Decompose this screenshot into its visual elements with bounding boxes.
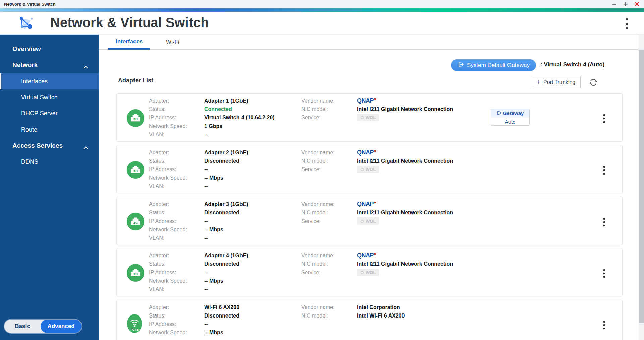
port-trunking-button[interactable]: + Port Trunking xyxy=(531,76,581,88)
system-default-gateway-button[interactable]: System Default Gateway xyxy=(451,59,536,71)
section-title-adapter-list: Adapter List xyxy=(118,77,153,84)
virtual-switch-link[interactable]: Virtual Switch 4 xyxy=(204,115,244,120)
adapter-card-1: 1G Adapter: Status: IP Address: Network … xyxy=(116,93,623,142)
sidebar-item-overview[interactable]: Overview xyxy=(0,41,99,57)
field-label: Network Speed: xyxy=(149,328,203,337)
sidebar-item-virtual-switch[interactable]: Virtual Switch xyxy=(0,89,99,105)
minimize-button[interactable]: – xyxy=(610,1,618,8)
sidebar-item-dhcp-server[interactable]: DHCP Server xyxy=(0,105,99,122)
field-label: VLAN: xyxy=(149,234,203,242)
card-menu-button[interactable] xyxy=(602,216,606,228)
field-label: Adapter: xyxy=(149,200,203,208)
page-title: Network & Virtual Switch xyxy=(50,15,209,30)
nic-model-value: Intel I211 Gigabit Network Connection xyxy=(357,260,491,268)
qnap-logo: QNAP xyxy=(357,200,374,208)
sidebar-item-label: Network xyxy=(12,61,38,69)
power-icon xyxy=(360,116,364,119)
advanced-mode-button[interactable]: Advanced xyxy=(41,320,82,333)
sidebar-item-network[interactable]: Network xyxy=(0,57,99,73)
scrollbar-track[interactable] xyxy=(638,35,644,340)
ethernet-adapter-icon: 1G xyxy=(127,213,144,232)
close-button[interactable]: ✕ xyxy=(633,1,641,8)
basic-mode-button[interactable]: Basic xyxy=(4,323,41,330)
tab-interfaces[interactable]: Interfaces xyxy=(108,35,150,50)
gateway-badge-label: Gateway xyxy=(503,110,524,116)
qnap-logo: QNAP xyxy=(357,251,374,260)
field-label: Vendor name: xyxy=(301,97,356,105)
field-label: VLAN: xyxy=(149,130,203,139)
vlan-value: -- xyxy=(204,234,300,242)
card-menu-button[interactable] xyxy=(602,268,606,279)
adapter-card-wifi: PCI-E Adapter: Status: IP Address: Netwo… xyxy=(116,300,623,340)
field-label: Status: xyxy=(149,311,203,320)
sidebar-item-route[interactable]: Route xyxy=(0,122,99,138)
field-label: Service: xyxy=(301,217,356,225)
maximize-button[interactable]: + xyxy=(622,1,629,8)
qnap-logo: QNAP xyxy=(357,97,374,105)
card-menu-button[interactable] xyxy=(602,113,606,124)
qnap-logo-mark xyxy=(374,202,376,203)
card-menu-button[interactable] xyxy=(602,165,606,176)
svg-text:PCI-E: PCI-E xyxy=(131,328,139,331)
field-values: Adapter 3 (1GbE) Disconnected -- -- Mbps… xyxy=(204,200,300,242)
vendor-name-value: Intel Corporation xyxy=(357,303,491,311)
field-labels: Adapter: Status: IP Address: Network Spe… xyxy=(149,97,203,139)
nic-model-value: Intel I211 Gigabit Network Connection xyxy=(357,157,491,165)
wifi-adapter-icon: PCI-E xyxy=(127,314,142,335)
field-labels: Adapter: Status: IP Address: Network Spe… xyxy=(149,251,203,293)
field-label: Status: xyxy=(149,105,203,113)
vendor-values: Intel Corporation Intel Wi-Fi 6 AX200 xyxy=(357,303,491,320)
app-window: Network & Virtual Switch – + ✕ Network &… xyxy=(0,0,644,340)
refresh-icon[interactable] xyxy=(589,78,598,87)
qnap-logo-mark xyxy=(374,253,376,255)
field-label: Service: xyxy=(301,165,356,174)
sidebar: Overview Network Interfaces Virtual Swit… xyxy=(0,35,99,340)
vlan-value: -- xyxy=(204,182,300,190)
gateway-option[interactable]: Gateway xyxy=(491,109,529,117)
field-label: NIC model: xyxy=(301,311,356,320)
field-label: NIC model: xyxy=(301,260,356,268)
vendor-labels: Vendor name: NIC model: Service: xyxy=(301,200,356,225)
adapter-name: Adapter 2 (1GbE) xyxy=(204,148,300,157)
field-labels: Adapter: Status: IP Address: Network Spe… xyxy=(149,148,203,190)
plus-icon: + xyxy=(536,78,540,85)
sidebar-item-label: Route xyxy=(21,126,37,133)
nic-model-value: Intel I211 Gigabit Network Connection xyxy=(357,208,491,217)
ip-value: -- xyxy=(204,217,300,225)
chevron-up-icon xyxy=(83,144,89,151)
field-label: Network Speed: xyxy=(149,277,203,285)
gateway-mode-auto[interactable]: Auto xyxy=(491,117,529,126)
mode-toggle: Basic Advanced xyxy=(4,320,82,333)
sidebar-item-label: Overview xyxy=(12,45,41,53)
titlebar: Network & Virtual Switch – + ✕ xyxy=(0,0,644,8)
header-menu-button[interactable] xyxy=(625,17,629,31)
sidebar-item-interfaces[interactable]: Interfaces xyxy=(0,73,99,89)
status-value: Disconnected xyxy=(204,260,300,268)
vendor-values: QNAP Intel I211 Gigabit Network Connecti… xyxy=(357,97,491,122)
speed-value: -- Mbps xyxy=(204,328,300,337)
ip-value: -- xyxy=(204,320,300,328)
power-icon xyxy=(360,219,364,223)
field-label: Vendor name: xyxy=(301,251,356,260)
sidebar-item-access-services[interactable]: Access Services xyxy=(0,138,99,154)
field-label: IP Address: xyxy=(149,217,203,225)
speed-value: 1 Gbps xyxy=(204,122,300,130)
adapter-card-3: 1G Adapter: Status: IP Address: Network … xyxy=(116,197,623,245)
field-label: IP Address: xyxy=(149,268,203,277)
sidebar-item-label: Virtual Switch xyxy=(21,94,58,101)
card-menu-button[interactable] xyxy=(602,320,606,331)
svg-text:1G: 1G xyxy=(133,272,138,276)
chevron-up-icon xyxy=(83,63,89,71)
wol-badge: WOL xyxy=(357,114,379,121)
field-label: Network Speed: xyxy=(149,174,203,182)
scrollbar-thumb[interactable] xyxy=(639,50,644,323)
gateway-icon xyxy=(497,111,501,115)
sidebar-item-ddns[interactable]: DDNS xyxy=(0,154,99,170)
power-icon xyxy=(360,167,364,171)
window-controls: – + ✕ xyxy=(610,0,641,8)
tab-bar: Interfaces Wi-Fi xyxy=(99,35,638,50)
tab-wifi[interactable]: Wi-Fi xyxy=(159,35,187,50)
status-value: Disconnected xyxy=(204,157,300,165)
field-values: Adapter 1 (1GbE) Connected Virtual Switc… xyxy=(204,97,300,139)
power-icon xyxy=(360,271,364,274)
